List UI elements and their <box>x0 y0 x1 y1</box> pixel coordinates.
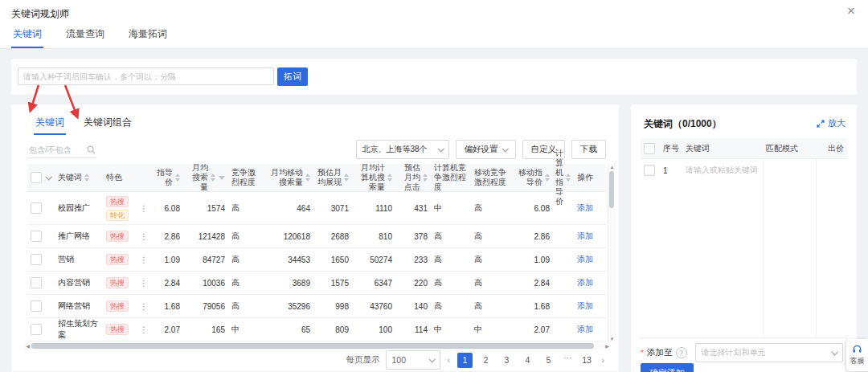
more-dots-icon[interactable]: ⋮ <box>140 232 148 241</box>
row-checkbox[interactable] <box>31 202 42 214</box>
row-checkbox[interactable] <box>31 231 42 242</box>
col-keyword: 关键词 <box>682 143 763 154</box>
sort-icon[interactable] <box>84 174 89 182</box>
col-label: 月均计算机搜索量 <box>355 163 385 192</box>
col-header-7: 预估月均展现 <box>313 168 352 187</box>
badge-hot: 热搜 <box>106 277 129 288</box>
add-keyword-link[interactable]: 添加 <box>577 202 593 214</box>
col-label: 指导价 <box>154 168 173 187</box>
download-label: 下载 <box>580 144 597 155</box>
add-keyword-link[interactable]: 添加 <box>577 300 593 312</box>
page-button[interactable]: 5 <box>541 353 556 368</box>
more-dots-icon[interactable]: ⋮ <box>140 255 148 264</box>
competition-cell: 高 <box>228 277 260 288</box>
sort-icon[interactable] <box>305 174 310 182</box>
plan-unit-select[interactable]: 请选择计划和单元 <box>695 343 843 362</box>
sort-icon[interactable] <box>175 174 180 182</box>
mobile-comp-cell: 高 <box>471 254 511 265</box>
row-checkbox[interactable] <box>31 254 42 265</box>
enlarge-label: 放大 <box>828 117 845 129</box>
mobile-comp-cell: 中 <box>471 324 511 335</box>
row-checkbox[interactable] <box>31 324 42 335</box>
row-checkbox-cell <box>27 300 55 312</box>
download-button[interactable]: 下载 <box>571 140 606 159</box>
more-dots-icon[interactable]: ⋮ <box>140 279 148 288</box>
sort-icon[interactable] <box>566 174 571 182</box>
vertical-scroll-thumb[interactable] <box>609 171 614 208</box>
feature-cell: 热搜⋮ <box>103 324 151 335</box>
vertical-scrollbar[interactable]: ▲ ▼ <box>608 164 616 342</box>
page-button[interactable]: 1 <box>457 353 473 368</box>
badge-stack: 热搜 <box>106 231 129 242</box>
next-page-button[interactable]: › <box>600 355 607 365</box>
seed-word-input[interactable] <box>18 67 274 85</box>
more-dots-icon[interactable]: ⋮ <box>140 302 148 311</box>
avg-search-cell: 1574 <box>183 204 228 213</box>
dialog-titlebar: 关键词规划师 × <box>0 0 868 26</box>
add-keyword-link[interactable]: 添加 <box>577 324 593 335</box>
tab-mass-expand[interactable]: 海量拓词 <box>127 27 169 48</box>
selected-table-header: 序号 关键词 匹配模式 出价 <box>641 138 847 159</box>
page-button[interactable]: 3 <box>499 353 514 368</box>
chevron-down-icon[interactable] <box>45 174 51 180</box>
preference-button[interactable]: 偏好设置 <box>456 140 516 159</box>
close-icon[interactable]: × <box>847 3 855 19</box>
mobile-guide-cell: 2.84 <box>511 279 553 288</box>
page-size-select[interactable]: 100 <box>386 350 440 370</box>
row-checkbox[interactable] <box>31 277 42 288</box>
subtab-keyword[interactable]: 关键词 <box>35 116 64 135</box>
select-all-checkbox[interactable] <box>31 172 42 183</box>
scroll-left-icon[interactable]: ◀ <box>24 343 31 349</box>
mobile-search-cell: 464 <box>260 204 313 213</box>
filter-icon[interactable] <box>219 176 225 180</box>
more-dots-icon[interactable]: ⋮ <box>140 204 148 213</box>
action-cell: 添加 <box>574 202 606 214</box>
contain-filter[interactable] <box>27 141 96 158</box>
add-keyword-link[interactable]: 添加 <box>577 277 593 288</box>
more-dots-icon[interactable]: ⋮ <box>140 325 148 334</box>
tab-traffic-query[interactable]: 流量查询 <box>64 27 106 48</box>
mobile-search-cell: 120618 <box>260 232 313 241</box>
region-select[interactable]: 北京、上海等38个 <box>356 140 449 159</box>
add-keyword-link[interactable]: 添加 <box>577 254 593 265</box>
sort-icon[interactable] <box>423 174 428 182</box>
subtab-keyword-combo[interactable]: 关键词组合 <box>84 116 132 135</box>
page-button[interactable]: 2 <box>478 353 493 368</box>
horizontal-scrollbar[interactable]: ◀ ▶ <box>24 342 611 350</box>
sort-icon[interactable] <box>545 174 550 182</box>
action-cell: 添加 <box>574 300 606 312</box>
action-cell: 添加 <box>574 277 606 288</box>
row-checkbox[interactable] <box>31 300 42 312</box>
keyword-cell: 招生策划方案 <box>55 318 103 341</box>
service-label: 客服 <box>850 356 865 366</box>
guide-price-cell: 2.86 <box>151 232 183 241</box>
page-button[interactable]: 4 <box>520 353 535 368</box>
confirm-add-button[interactable]: 确定添加 <box>641 363 694 372</box>
help-icon[interactable]: ? <box>676 347 687 358</box>
page-button[interactable]: 13 <box>579 353 595 368</box>
tab-keyword[interactable]: 关键词 <box>11 27 43 48</box>
enlarge-link[interactable]: 放大 <box>817 117 845 129</box>
sort-icon[interactable] <box>387 174 392 182</box>
add-keyword-link[interactable]: 添加 <box>577 231 593 242</box>
horizontal-scroll-thumb[interactable] <box>31 343 594 349</box>
select-all-checkbox[interactable] <box>641 143 660 154</box>
mobile-comp-cell: 高 <box>471 300 511 312</box>
contain-filter-input[interactable] <box>27 145 84 155</box>
prev-page-button[interactable]: ‹ <box>446 355 452 365</box>
guide-price-cell: 2.84 <box>151 279 183 288</box>
competition-cell: 中 <box>228 324 260 335</box>
scroll-down-icon[interactable]: ▼ <box>608 336 616 342</box>
feature-cell: 热搜⋮ <box>103 254 151 265</box>
scroll-right-icon[interactable]: ▶ <box>604 343 611 349</box>
sort-icon[interactable] <box>211 174 215 182</box>
table-row: 招生策划方案热搜⋮2.07165中65809100114中中2.07添加 <box>27 318 606 341</box>
chevron-down-icon <box>831 349 837 355</box>
col-header-2: 特色 <box>103 173 151 182</box>
avg-search-cell: 165 <box>183 325 228 334</box>
scroll-up-icon[interactable]: ▲ <box>608 164 616 170</box>
avg-search-cell: 79056 <box>183 302 228 311</box>
expand-words-button[interactable]: 拓词 <box>277 67 308 86</box>
customer-service-float[interactable]: 客服 <box>846 339 868 371</box>
sort-icon[interactable] <box>344 174 349 182</box>
